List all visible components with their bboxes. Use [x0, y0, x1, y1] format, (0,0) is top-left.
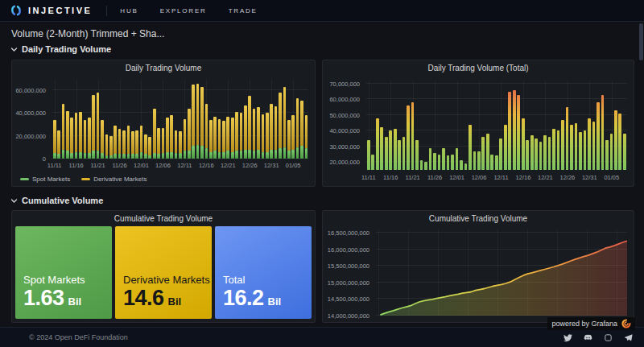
spot-segment	[166, 152, 169, 159]
nav-explorer[interactable]: EXPLORER	[160, 7, 207, 14]
derivative-segment	[140, 126, 143, 152]
spot-segment	[287, 151, 291, 159]
spot-segment	[188, 151, 191, 159]
spot-segment	[262, 152, 265, 159]
injective-logo[interactable]: INJECTIVE	[10, 4, 92, 17]
scrollbar-thumb[interactable]	[639, 23, 643, 60]
derivative-segment	[62, 104, 65, 150]
legend-spot-markets[interactable]: Spot Markets	[20, 176, 70, 183]
spot-segment	[279, 148, 282, 159]
x-axis-label: 12/26	[242, 162, 258, 169]
panel-cumulative-trading-volume-chart: Cumulative Trading Volume 14,000,000,000…	[322, 210, 634, 323]
nav-trade[interactable]: TRADE	[229, 7, 258, 14]
total-segment	[495, 155, 498, 170]
stat-tile-total[interactable]: Total 16.2 Bil	[215, 226, 312, 319]
spot-segment	[92, 151, 95, 159]
total-segment	[407, 105, 410, 170]
spot-segment	[231, 152, 234, 159]
spot-segment	[175, 153, 178, 159]
x-axis-label: 11/16	[383, 174, 398, 181]
total-segment	[526, 140, 529, 170]
total-segment	[402, 137, 406, 170]
panel-title-daily-trading-volume-total[interactable]: Daily Trading Volume (Total)	[323, 60, 634, 76]
total-segment	[601, 95, 605, 170]
x-axis-label: 12/21	[538, 174, 553, 181]
daily-trading-volume-chart: 020,000,00040,000,00060,000,00011/1111/1…	[12, 76, 315, 186]
derivative-segment	[270, 104, 273, 150]
total-segment	[438, 155, 441, 170]
total-segment	[597, 102, 600, 170]
section-daily-trading-volume[interactable]: Daily Trading Volume	[10, 44, 111, 54]
total-segment	[522, 118, 525, 170]
panel-title-daily-trading-volume[interactable]: Daily Trading Volume	[12, 60, 315, 76]
y-axis-label: 15,500,000,000	[328, 262, 369, 270]
x-axis-label: 11/11	[361, 174, 376, 181]
mirror-icon[interactable]	[604, 333, 613, 342]
derivative-segment	[97, 93, 100, 151]
total-segment	[433, 153, 436, 170]
derivative-segment	[266, 113, 269, 151]
chevron-down-icon	[10, 197, 18, 204]
spot-segment	[118, 154, 122, 159]
y-axis-label: 40,000,000	[15, 109, 46, 117]
total-segment	[376, 118, 379, 170]
derivative-segment	[218, 119, 221, 152]
stacked-bar-01/08[interactable]	[304, 79, 308, 159]
discord-icon[interactable]	[584, 333, 592, 342]
spot-segment	[162, 153, 165, 159]
total-segment	[371, 155, 374, 170]
spot-segment	[275, 150, 278, 159]
derivative-segment	[300, 101, 303, 147]
dashboard-title: Volume (2-Month) Trimmed + Sha...	[11, 28, 164, 39]
spot-segment	[283, 147, 287, 159]
y-axis-label: 70,000,000	[329, 80, 360, 87]
spot-segment	[209, 152, 213, 159]
nav-hub[interactable]: HUB	[120, 7, 138, 14]
derivative-segment	[296, 98, 299, 147]
x-axis-label: 12/01	[449, 174, 464, 181]
derivative-segment	[235, 112, 238, 151]
powered-by-grafana[interactable]: powered by Grafana	[547, 317, 635, 330]
legend-derivative-markets[interactable]: Derivative Markets	[81, 176, 147, 183]
spot-segment	[75, 152, 78, 159]
stat-tile-derivative-markets[interactable]: Derivative Markets 14.6 Bil	[115, 226, 212, 319]
stat-unit: Bil	[168, 295, 182, 308]
y-axis-label: 20,000,000	[15, 132, 46, 139]
derivative-segment	[157, 128, 160, 155]
section-cumulative-volume[interactable]: Cumulative Volume	[10, 196, 103, 205]
derivative-segment	[101, 120, 104, 153]
derivative-segment	[70, 118, 73, 153]
spot-segment	[144, 154, 147, 159]
x-axis-label: 12/11	[177, 162, 192, 169]
spot-segment	[105, 155, 109, 159]
panel-title-cumulative-chart[interactable]: Cumulative Trading Volume	[323, 211, 634, 226]
total-segment	[566, 107, 569, 170]
telegram-icon[interactable]	[624, 333, 633, 342]
derivative-segment	[170, 115, 173, 151]
panel-title-cumulative-stats[interactable]: Cumulative Trading Volume	[12, 211, 315, 226]
stat-tile-spot-markets[interactable]: Spot Markets 1.63 Bil	[15, 226, 112, 319]
y-axis-label: 40,000,000	[329, 127, 360, 134]
stat-value: 1.63	[23, 286, 64, 311]
total-segment	[605, 140, 609, 170]
derivative-segment	[291, 115, 295, 149]
derivative-segment	[175, 130, 178, 153]
x-axis-label: 11/26	[427, 174, 442, 181]
derivative-segment	[135, 130, 138, 155]
derivative-segment	[287, 120, 291, 151]
cumulative-line[interactable]	[376, 229, 627, 316]
x-axis-label: 11/21	[90, 162, 105, 169]
total-segment	[451, 155, 454, 170]
derivative-segment	[226, 117, 229, 151]
stat-label: Spot Markets	[23, 274, 109, 286]
y-axis-label: 16,000,000,000	[328, 246, 369, 253]
bar-01/08[interactable]	[622, 81, 626, 170]
twitter-icon[interactable]	[564, 333, 572, 342]
total-segment	[380, 127, 383, 170]
x-axis-label: 11/21	[406, 174, 420, 181]
powered-by-text: powered by Grafana	[551, 320, 617, 328]
spot-segment	[244, 150, 247, 159]
total-segment	[575, 123, 578, 170]
total-segment	[499, 138, 502, 170]
total-segment	[539, 142, 543, 170]
